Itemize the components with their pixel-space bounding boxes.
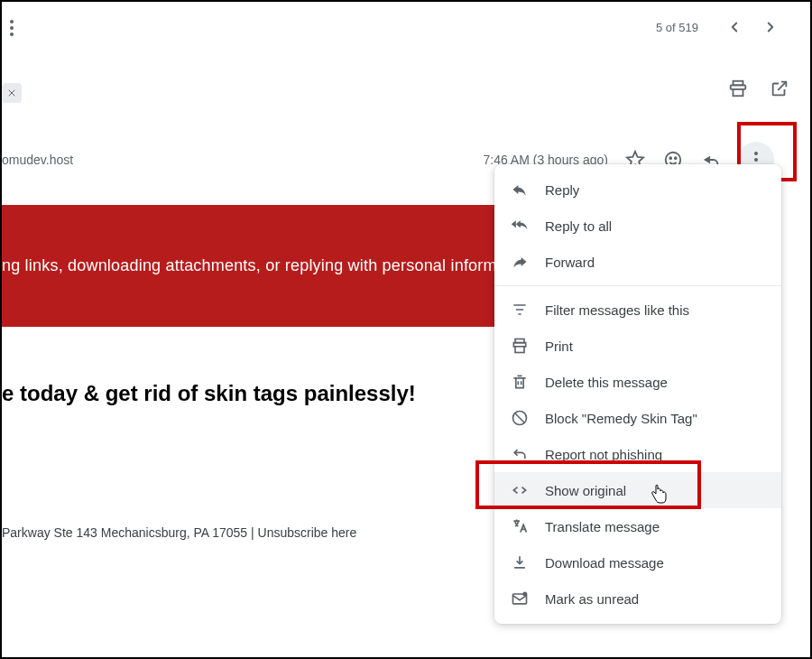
menu-reply-all[interactable]: Reply to all [494, 208, 781, 244]
filter-icon [511, 301, 529, 319]
svg-point-0 [10, 20, 14, 23]
older-button[interactable] [752, 9, 789, 45]
menu-download[interactable]: Download message [494, 544, 781, 580]
menu-forward[interactable]: Forward [494, 244, 781, 280]
menu-label: Reply to all [545, 218, 612, 234]
menu-label: Download message [545, 555, 664, 571]
menu-label: Report not phishing [545, 447, 662, 462]
trash-icon [511, 373, 529, 391]
svg-point-15 [522, 592, 527, 597]
pagination-bar: 5 of 519 [2, 2, 810, 52]
sender-domain: omudev.host [2, 153, 73, 167]
menu-block[interactable]: Block "Remedy Skin Tag" [494, 400, 781, 436]
code-icon [511, 481, 529, 499]
svg-point-6 [669, 157, 671, 159]
menu-reply[interactable]: Reply [494, 172, 781, 208]
block-icon [511, 409, 529, 427]
message-more-menu: Reply Reply to all Forward Filter messag… [494, 164, 781, 624]
menu-label: Mark as unread [545, 591, 639, 607]
open-new-window-button[interactable] [767, 76, 792, 101]
menu-translate[interactable]: Translate message [494, 508, 781, 544]
email-subject: e today & get rid of skin tags painlessl… [2, 381, 416, 406]
svg-point-1 [10, 26, 14, 30]
undo-icon [511, 445, 529, 463]
print-button[interactable] [725, 76, 751, 101]
menu-label: Print [545, 339, 573, 354]
more-actions-left-icon[interactable] [9, 20, 14, 36]
menu-print[interactable]: Print [494, 328, 781, 364]
reply-all-icon [511, 217, 529, 235]
mark-unread-icon [511, 589, 529, 608]
svg-point-9 [754, 158, 758, 162]
svg-rect-12 [515, 347, 524, 353]
menu-label: Filter messages like this [545, 302, 689, 318]
menu-label: Reply [545, 182, 579, 198]
menu-mark-unread[interactable]: Mark as unread [494, 580, 781, 617]
reply-icon [511, 181, 529, 199]
menu-label: Forward [545, 255, 595, 270]
email-footer: Parkway Ste 143 Mechanicsburg, PA 17055 … [2, 525, 356, 540]
menu-separator [494, 285, 781, 286]
menu-label: Delete this message [545, 375, 668, 390]
page-counter: 5 of 519 [656, 21, 698, 34]
print-icon [511, 337, 529, 355]
menu-delete[interactable]: Delete this message [494, 364, 781, 400]
menu-label: Translate message [545, 519, 660, 534]
menu-show-original[interactable]: Show original [494, 472, 781, 508]
svg-point-7 [675, 157, 677, 159]
download-icon [511, 553, 529, 571]
newer-button[interactable] [716, 9, 752, 45]
svg-point-8 [754, 152, 758, 155]
menu-report[interactable]: Report not phishing [494, 436, 781, 472]
banner-text: ng links, downloading attachments, or re… [2, 256, 506, 275]
svg-rect-4 [734, 89, 743, 96]
label-remove-chip[interactable] [2, 83, 22, 103]
svg-point-2 [10, 32, 14, 36]
menu-label: Show original [545, 483, 626, 498]
forward-icon [511, 253, 529, 271]
menu-filter[interactable]: Filter messages like this [494, 292, 781, 328]
translate-icon [511, 517, 529, 535]
menu-label: Block "Remedy Skin Tag" [545, 411, 697, 426]
